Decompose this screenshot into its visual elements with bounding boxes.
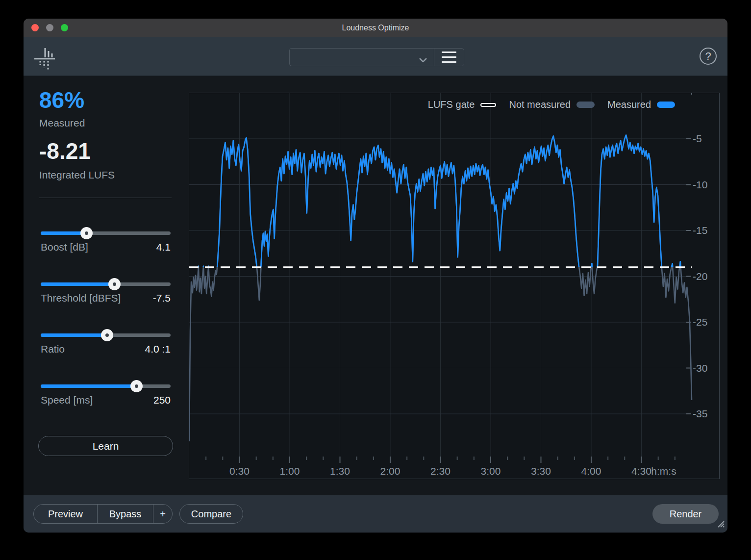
sidebar: 86% Measured -8.21 Integrated LUFS Boost… <box>24 76 189 495</box>
threshold-slider[interactable] <box>41 282 171 286</box>
learn-button[interactable]: Learn <box>38 436 173 456</box>
svg-text:h:m:s: h:m:s <box>651 465 676 477</box>
svg-text:-15: -15 <box>693 225 707 236</box>
svg-text:-30: -30 <box>693 362 707 374</box>
render-button[interactable]: Render <box>652 504 719 524</box>
speed-slider-group: Speed [ms] 250 <box>41 379 171 408</box>
threshold-slider-group: Threshold [dBFS] -7.5 <box>41 277 171 306</box>
not-measured-swatch-icon <box>576 102 595 108</box>
compare-button[interactable]: Compare <box>179 504 243 524</box>
svg-text:3:00: 3:00 <box>481 465 501 477</box>
measured-label: Measured <box>39 117 85 129</box>
add-button[interactable]: + <box>153 505 172 523</box>
chevron-down-icon <box>419 55 427 64</box>
bypass-button[interactable]: Bypass <box>98 505 153 523</box>
boost-slider-thumb[interactable] <box>80 227 93 239</box>
svg-text:1:30: 1:30 <box>330 465 350 477</box>
loudness-chart: -5-10-15-20-25-30-350:301:001:302:002:30… <box>189 93 719 479</box>
hamburger-icon <box>442 51 456 53</box>
preset-select[interactable] <box>290 49 434 66</box>
speed-value: 250 <box>153 394 171 406</box>
boost-slider-group: Boost [dB] 4.1 <box>41 226 171 255</box>
preview-bypass-group: Preview Bypass + <box>33 504 173 524</box>
svg-text:-25: -25 <box>693 316 707 328</box>
legend-measured: Measured <box>607 99 675 110</box>
main-area: 86% Measured -8.21 Integrated LUFS Boost… <box>24 76 727 495</box>
preset-control <box>289 48 464 66</box>
ratio-value: 4.0 :1 <box>145 343 171 355</box>
ratio-slider-thumb[interactable] <box>101 329 113 341</box>
svg-text:3:30: 3:30 <box>531 465 551 477</box>
svg-text:2:00: 2:00 <box>380 465 401 477</box>
chart-legend: LUFS gate Not measured Measured <box>428 99 675 110</box>
measured-swatch-icon <box>657 102 675 108</box>
resize-grip[interactable] <box>714 517 725 530</box>
ratio-label: Ratio <box>41 343 65 355</box>
legend-not-measured: Not measured <box>509 99 595 110</box>
bottom-bar: Preview Bypass + Compare Render <box>24 495 727 533</box>
speed-slider-thumb[interactable] <box>130 380 143 392</box>
ratio-slider[interactable] <box>41 333 171 337</box>
boost-label: Boost [dB] <box>41 241 88 253</box>
legend-lufs-gate: LUFS gate <box>428 99 497 110</box>
threshold-slider-thumb[interactable] <box>108 278 121 290</box>
integrated-lufs-label: Integrated LUFS <box>39 169 115 181</box>
speed-slider[interactable] <box>41 384 171 388</box>
svg-text:-35: -35 <box>693 408 707 419</box>
help-button[interactable]: ? <box>700 48 717 65</box>
svg-text:-20: -20 <box>693 271 707 282</box>
title-bar: Loudness Optimize <box>24 19 727 37</box>
app-window: Loudness Optimize <box>24 19 727 533</box>
boost-value: 4.1 <box>156 241 171 253</box>
boost-slider[interactable] <box>41 231 171 235</box>
loudness-optimize-logo-icon <box>33 44 57 72</box>
svg-text:2:30: 2:30 <box>430 465 451 477</box>
svg-text:-10: -10 <box>693 179 707 190</box>
preset-menu-button[interactable] <box>434 49 464 66</box>
svg-text:4:00: 4:00 <box>581 465 601 477</box>
loudness-chart-panel: -5-10-15-20-25-30-350:301:001:302:002:30… <box>189 93 720 479</box>
toolbar: ? <box>24 37 727 76</box>
sidebar-divider <box>39 198 172 198</box>
svg-text:4:30: 4:30 <box>631 465 651 477</box>
svg-text:0:30: 0:30 <box>229 465 250 477</box>
threshold-value: -7.5 <box>153 292 171 304</box>
svg-text:-5: -5 <box>693 133 702 144</box>
window-title: Loudness Optimize <box>24 19 727 37</box>
speed-label: Speed [ms] <box>41 394 93 406</box>
measured-percent: 86% <box>39 87 84 113</box>
integrated-lufs-value: -8.21 <box>39 138 91 164</box>
ratio-slider-group: Ratio 4.0 :1 <box>41 328 171 357</box>
lufs-gate-swatch-icon <box>480 103 496 107</box>
threshold-label: Threshold [dBFS] <box>41 292 121 304</box>
preview-button[interactable]: Preview <box>34 505 97 523</box>
svg-text:1:00: 1:00 <box>280 465 300 477</box>
